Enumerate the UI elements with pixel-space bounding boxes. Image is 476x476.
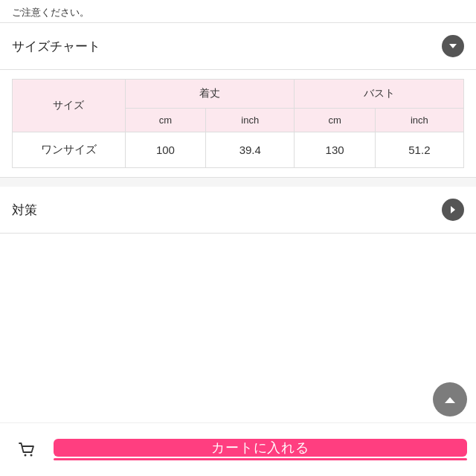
cell-size: ワンサイズ: [13, 132, 126, 168]
page-container: ご注意ください。 サイズチャート サイズ 着丈 バスト cm inch: [0, 0, 476, 476]
subheader-inch2: inch: [375, 109, 463, 132]
taisaku-title: 対策: [12, 202, 37, 219]
hint-text: ご注意ください。: [12, 7, 89, 18]
svg-point-1: [30, 454, 33, 456]
size-table: サイズ 着丈 バスト cm inch cm inch ワンサイズ 100 39.…: [12, 79, 464, 168]
bottom-bar: カートに入れる: [0, 422, 476, 476]
cart-progress-bar: [54, 458, 467, 460]
taisaku-header: 対策: [0, 187, 476, 233]
scroll-to-top-button[interactable]: [433, 382, 467, 416]
subheader-cm2: cm: [295, 109, 375, 132]
col-header-size: サイズ: [13, 80, 126, 132]
col-header-kitate: 着丈: [125, 80, 295, 109]
cart-icon-button[interactable]: [9, 432, 45, 468]
table-row: ワンサイズ 100 39.4 130 51.2: [13, 132, 464, 168]
cell-kitate-cm: 100: [125, 132, 205, 168]
cell-bust-cm: 130: [295, 132, 375, 168]
chevron-right-icon: [451, 206, 455, 213]
cart-icon: [16, 440, 37, 460]
col-header-bust: バスト: [295, 80, 464, 109]
top-hint-area: ご注意ください。: [0, 0, 476, 22]
cell-bust-inch: 51.2: [375, 132, 463, 168]
taisaku-toggle-button[interactable]: [442, 199, 464, 221]
size-chart-table-container: サイズ 着丈 バスト cm inch cm inch ワンサイズ 100 39.…: [0, 70, 476, 177]
section-gap: [0, 178, 476, 187]
svg-point-0: [25, 454, 27, 456]
taisaku-divider: [0, 233, 476, 234]
chevron-down-icon: [449, 44, 457, 48]
subheader-cm1: cm: [125, 109, 205, 132]
size-chart-toggle-button[interactable]: [442, 35, 464, 57]
add-to-cart-button[interactable]: カートに入れる: [54, 439, 467, 457]
cell-kitate-inch: 39.4: [206, 132, 295, 168]
table-header-row-1: サイズ 着丈 バスト: [13, 80, 464, 109]
subheader-inch1: inch: [206, 109, 295, 132]
size-chart-title: サイズチャート: [12, 38, 100, 55]
chevron-up-icon: [445, 397, 455, 403]
size-chart-header: サイズチャート: [0, 23, 476, 69]
